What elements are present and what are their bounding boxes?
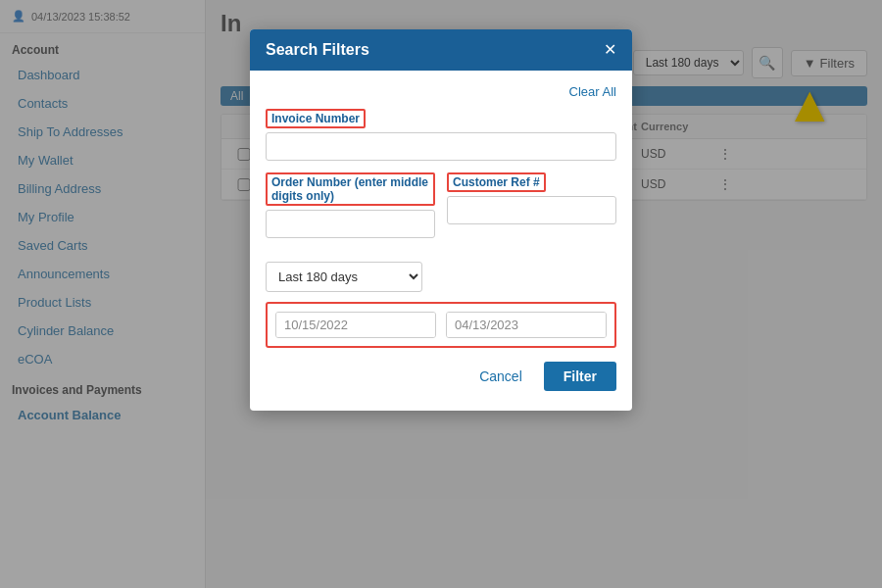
date-from-input[interactable] xyxy=(276,313,436,337)
order-number-group: Order Number (enter middle digits only) xyxy=(266,172,435,238)
date-range-row: 📅 📅 xyxy=(266,302,616,348)
modal-footer: Cancel Filter xyxy=(266,362,616,395)
invoice-number-input[interactable] xyxy=(266,132,616,161)
modal-close-button[interactable]: ✕ xyxy=(604,42,616,58)
order-number-label: Order Number (enter middle digits only) xyxy=(266,172,435,206)
invoice-number-group: Invoice Number xyxy=(266,109,616,161)
date-to-wrap: 📅 xyxy=(446,312,607,338)
invoice-number-label: Invoice Number xyxy=(266,109,366,128)
customer-ref-label: Customer Ref # xyxy=(447,172,546,192)
date-range-select[interactable]: Last 180 days xyxy=(266,262,422,292)
search-filters-modal: Search Filters ✕ Clear All Invoice Numbe… xyxy=(250,29,632,411)
modal-title: Search Filters xyxy=(266,41,369,59)
modal-body: Clear All Invoice Number Order Number (e… xyxy=(250,71,632,411)
cancel-button[interactable]: Cancel xyxy=(467,362,534,391)
modal-overlay: Search Filters ✕ Clear All Invoice Numbe… xyxy=(0,0,882,588)
date-from-wrap: 📅 xyxy=(275,312,436,338)
modal-header: Search Filters ✕ xyxy=(250,29,632,71)
customer-ref-input[interactable] xyxy=(447,196,616,224)
filter-submit-button[interactable]: Filter xyxy=(544,362,616,391)
date-to-input[interactable] xyxy=(447,313,607,337)
clear-all-link[interactable]: Clear All xyxy=(266,84,616,99)
customer-ref-group: Customer Ref # xyxy=(447,172,616,238)
order-number-input[interactable] xyxy=(266,210,435,238)
order-customer-row: Order Number (enter middle digits only) … xyxy=(266,172,616,250)
